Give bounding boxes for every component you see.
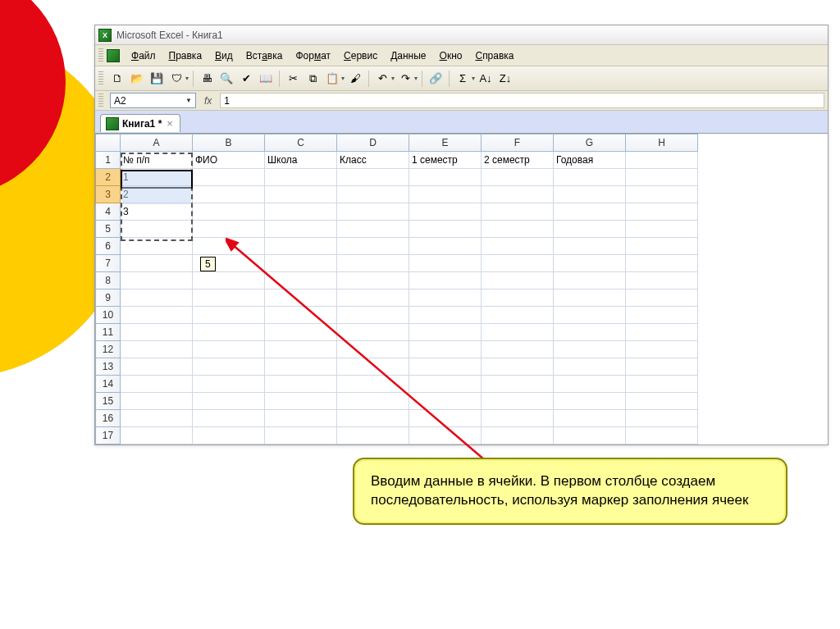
cell[interactable] [482,237,554,254]
cell[interactable] [554,426,626,444]
cell[interactable] [265,340,337,358]
cell[interactable] [554,358,626,375]
cell[interactable] [554,306,626,323]
menu-help[interactable]: Справка [468,48,520,64]
cell[interactable]: 2 [121,185,193,203]
sort-desc-icon[interactable]: Z↓ [496,70,514,88]
cell[interactable] [337,185,409,203]
row-header[interactable]: 1 [96,151,121,168]
cell[interactable] [337,237,409,254]
cell[interactable] [265,237,337,254]
cell[interactable] [193,237,265,254]
cell[interactable] [265,426,337,444]
row-header[interactable]: 6 [96,237,121,254]
cell[interactable] [626,426,698,444]
cell[interactable]: 1 семестр [409,151,482,168]
cell[interactable] [554,375,626,392]
column-header[interactable]: B [193,134,265,151]
cell[interactable] [121,254,193,271]
cell[interactable] [482,271,554,289]
permissions-icon[interactable]: 🛡 [167,70,185,88]
chevron-down-icon[interactable]: ▼ [185,97,192,104]
new-doc-icon[interactable]: 🗋 [108,70,126,88]
toolbar-grip-icon[interactable] [98,48,103,63]
cell[interactable] [409,271,482,289]
cell[interactable] [193,375,265,392]
chevron-down-icon[interactable]: ▾ [185,75,189,82]
cell[interactable] [554,392,626,409]
toolbar-grip-icon[interactable] [98,93,103,108]
cell[interactable] [409,392,482,409]
cell[interactable] [337,392,409,409]
column-header[interactable]: E [409,134,482,151]
cell[interactable] [626,375,698,392]
column-header[interactable]: G [554,134,626,151]
cell[interactable] [337,358,409,375]
cell[interactable]: Годовая [554,151,626,168]
cell[interactable]: Класс [337,151,409,168]
print-icon[interactable]: 🖶 [198,70,216,88]
cell[interactable] [193,340,265,358]
cell[interactable] [409,185,482,203]
row-header[interactable]: 2 [96,168,121,185]
cell[interactable] [193,271,265,289]
cell[interactable] [337,375,409,392]
cell[interactable] [626,271,698,289]
cell[interactable] [193,306,265,323]
cell[interactable] [409,237,482,254]
cell[interactable] [121,375,193,392]
cell[interactable] [193,392,265,409]
cell[interactable] [337,254,409,271]
row-header[interactable]: 14 [96,375,121,392]
row-header[interactable]: 15 [96,392,121,409]
cell[interactable] [482,340,554,358]
cell[interactable] [482,289,554,306]
cell[interactable] [193,289,265,306]
row-header[interactable]: 4 [96,203,121,220]
cell[interactable] [265,185,337,203]
cell[interactable] [482,409,554,426]
cell[interactable] [121,323,193,340]
cell[interactable] [409,254,482,271]
cell[interactable] [337,426,409,444]
column-header[interactable]: D [337,134,409,151]
spellcheck-icon[interactable]: ✔ [237,70,255,88]
menu-edit[interactable]: Правка [162,48,209,64]
cell[interactable] [409,375,482,392]
menu-view[interactable]: Вид [208,48,240,64]
row-header[interactable]: 3 [96,185,121,203]
cell[interactable] [121,358,193,375]
cell[interactable] [193,185,265,203]
cell[interactable] [193,220,265,237]
cell[interactable]: № п/п [121,151,193,168]
column-header[interactable]: A [121,134,193,151]
cell[interactable] [193,426,265,444]
name-box[interactable]: A2 ▼ [110,93,196,108]
select-all-corner[interactable] [96,134,121,151]
cell[interactable] [554,323,626,340]
cell[interactable] [193,323,265,340]
cell[interactable] [626,254,698,271]
row-header[interactable]: 5 [96,220,121,237]
cell[interactable] [409,323,482,340]
cell[interactable] [121,426,193,444]
cell[interactable] [265,220,337,237]
cell[interactable] [626,340,698,358]
column-header[interactable]: C [265,134,337,151]
cell[interactable] [482,323,554,340]
menu-data[interactable]: Данные [384,48,432,64]
cell[interactable] [554,409,626,426]
cell[interactable] [265,392,337,409]
fx-label[interactable]: fx [199,95,217,107]
cell[interactable] [626,289,698,306]
spreadsheet-grid[interactable]: ABCDEFGH1№ п/пФИОШколаКласс1 семестр2 се… [95,133,828,444]
cell[interactable] [121,306,193,323]
cell[interactable] [409,203,482,220]
row-header[interactable]: 8 [96,271,121,289]
cell[interactable] [554,289,626,306]
cell[interactable] [409,340,482,358]
cell[interactable] [554,220,626,237]
cell[interactable] [193,168,265,185]
cell[interactable] [337,409,409,426]
autosum-icon[interactable]: Σ [454,70,472,88]
